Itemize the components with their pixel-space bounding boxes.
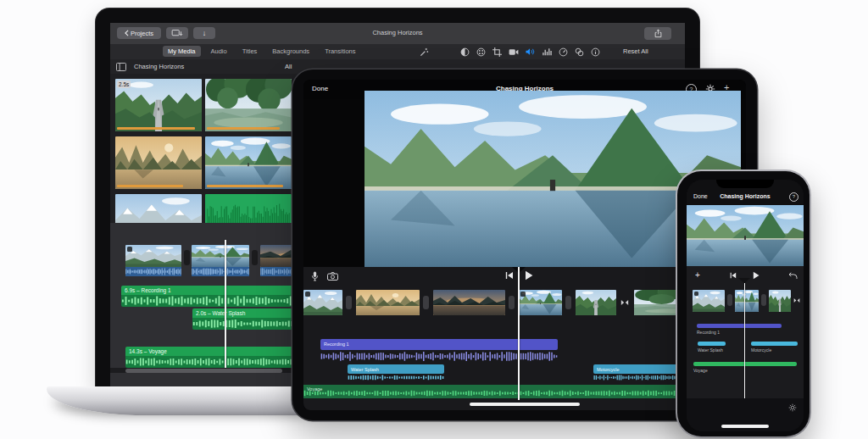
clip-type-badge: [694, 292, 698, 296]
track-label: Recording 1: [697, 330, 720, 335]
clip-duration-badge: 2.5s: [117, 81, 131, 88]
noise-eq-icon[interactable]: [542, 47, 552, 56]
lake-clip-thumbnail: [205, 136, 292, 189]
track-recording-1[interactable]: [697, 324, 782, 328]
transition-slot[interactable]: [565, 296, 571, 309]
add-media-icon[interactable]: +: [695, 271, 700, 280]
timeline-clip[interactable]: [769, 290, 791, 312]
share-icon: [654, 29, 662, 38]
tab-transitions[interactable]: Transitions: [320, 46, 360, 57]
track-label: Motorcycle: [597, 367, 620, 372]
tab-my-media[interactable]: My Media: [163, 46, 201, 57]
mac-tab-bar: My Media Audio Titles Backgrounds Transi…: [110, 44, 685, 60]
media-thumbnail[interactable]: 2.5s: [115, 79, 202, 131]
iphone-notch: [716, 180, 774, 188]
track-label: Motorcycle: [751, 347, 771, 353]
stabilization-camera-icon[interactable]: [509, 48, 519, 56]
clip-frame: [192, 245, 249, 267]
timeline-clip[interactable]: [693, 290, 725, 312]
transition-slot[interactable]: [184, 250, 190, 265]
timeline-scrollbar-thumb[interactable]: [125, 369, 282, 373]
iphone-timeline: +: [687, 266, 804, 398]
ipad-playhead[interactable]: [518, 267, 520, 400]
transition-slot[interactable]: [509, 296, 515, 309]
media-thumbnail[interactable]: [205, 79, 292, 131]
track-voyage[interactable]: [693, 362, 797, 366]
color-correction-icon[interactable]: [476, 47, 486, 57]
timeline-video-clip[interactable]: [125, 245, 181, 267]
play-icon[interactable]: [525, 270, 533, 281]
speed-gauge-icon[interactable]: [559, 47, 568, 57]
timeline-clip[interactable]: [433, 290, 505, 315]
color-balance-icon[interactable]: [460, 47, 470, 57]
transition-slot[interactable]: [252, 250, 258, 265]
transition-slot[interactable]: [727, 294, 732, 306]
clip-type-badge: [305, 292, 310, 297]
track-water-splash[interactable]: [698, 342, 726, 346]
karst-clip-thumbnail: [115, 136, 202, 189]
browser-filter-dropdown[interactable]: All: [285, 64, 292, 70]
media-tabs: My Media Audio Titles Backgrounds Transi…: [163, 46, 361, 57]
track-water-splash[interactable]: Water Splash: [348, 364, 444, 374]
help-icon[interactable]: ?: [789, 192, 798, 202]
clip-frame: [125, 245, 181, 267]
transition-slot[interactable]: [761, 294, 766, 306]
track-motorcycle[interactable]: [751, 342, 798, 346]
clip-type-badge: [520, 292, 526, 297]
media-thumbnail[interactable]: [115, 136, 202, 189]
audio-clip-label: 2.0s – Water Splash: [196, 310, 245, 316]
duration-bar: [117, 127, 195, 130]
info-icon[interactable]: [591, 47, 600, 57]
duration-bar: [117, 185, 183, 187]
timeline-clip[interactable]: [576, 290, 616, 315]
forest-clip-thumbnail: [205, 79, 292, 131]
tab-backgrounds[interactable]: Backgrounds: [267, 46, 314, 57]
timeline-clip[interactable]: [735, 290, 759, 312]
mountain-clip-thumbnail: [115, 194, 202, 223]
skip-to-start-icon[interactable]: [730, 272, 737, 279]
timeline-clip[interactable]: [356, 290, 420, 315]
iphone-project-title: Chasing Horizons: [687, 193, 804, 199]
undo-icon[interactable]: [788, 272, 798, 280]
recording-waveform: [320, 351, 558, 362]
transition-slot[interactable]: [423, 296, 429, 309]
reset-all-button[interactable]: Reset All: [623, 48, 648, 55]
transition-bowtie-icon[interactable]: [793, 297, 800, 303]
track-recording-1[interactable]: Recording 1: [320, 339, 558, 350]
crop-icon[interactable]: [492, 47, 502, 57]
enhance-wand-icon[interactable]: [420, 47, 429, 57]
clip-type-badge: [127, 247, 132, 252]
audio-media-thumbnail[interactable]: [205, 194, 292, 223]
timeline-clip[interactable]: [519, 290, 562, 315]
tab-titles[interactable]: Titles: [237, 46, 263, 57]
track-label: Voyage: [693, 368, 708, 373]
media-thumbnail[interactable]: [205, 136, 292, 189]
iphone-frame: Done Chasing Horizons ? +: [677, 171, 810, 436]
iphone-playhead[interactable]: [744, 283, 745, 398]
share-button[interactable]: [644, 27, 671, 40]
volume-speaker-icon[interactable]: [526, 47, 535, 56]
media-thumbnail[interactable]: [115, 194, 202, 223]
settings-gear-icon[interactable]: [788, 403, 797, 412]
track-label: Water Splash: [698, 347, 723, 353]
clip-filter-icon[interactable]: [575, 47, 584, 57]
ipad-home-indicator[interactable]: [470, 403, 580, 406]
video-preview[interactable]: [687, 205, 804, 266]
voiceover-mic-icon[interactable]: [311, 271, 319, 281]
track-label: Recording 1: [324, 342, 349, 347]
browser-project-name: Chasing Horizons: [134, 64, 184, 70]
clip-audio-strip: [192, 267, 249, 276]
mac-toolbar: Projects ↓ Chasing Horizons: [110, 23, 685, 45]
timeline-clip[interactable]: [303, 290, 342, 315]
iphone-device: Done Chasing Horizons ? +: [676, 169, 811, 438]
sidebar-toggle-icon[interactable]: [116, 63, 126, 71]
mac-window-title: Chasing Horizons: [110, 30, 685, 36]
iphone-home-indicator[interactable]: [721, 425, 769, 428]
mac-playhead[interactable]: [225, 240, 226, 370]
tab-audio[interactable]: Audio: [206, 46, 232, 57]
timeline-video-clip[interactable]: [192, 245, 249, 267]
camera-icon[interactable]: [327, 272, 338, 281]
play-icon[interactable]: [753, 271, 760, 280]
transition-slot[interactable]: [346, 296, 352, 309]
transition-bowtie-icon[interactable]: [620, 299, 629, 306]
